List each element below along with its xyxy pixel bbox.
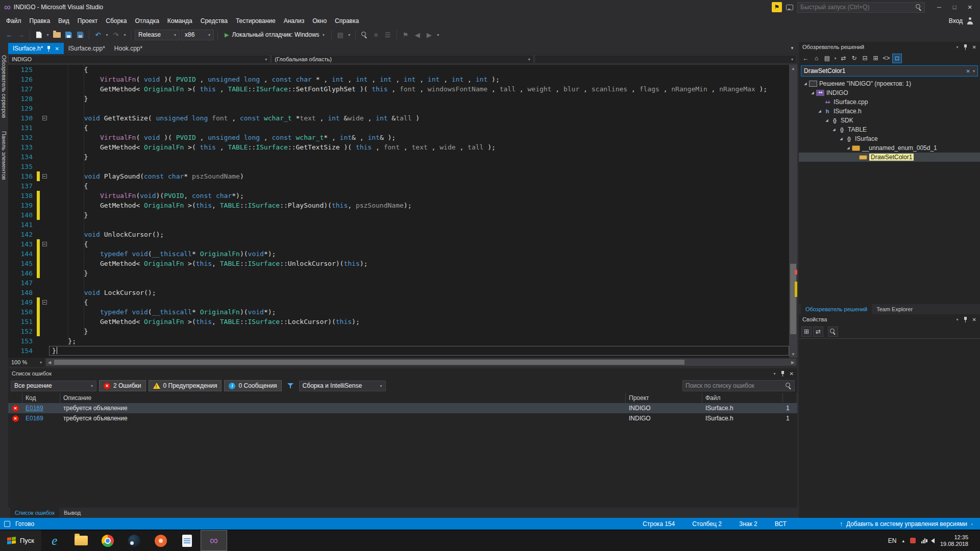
line-number[interactable]: 144 xyxy=(8,249,37,259)
close-icon[interactable]: ✕ xyxy=(972,317,976,322)
code-line-142[interactable]: 142 void UnlockCursor(); xyxy=(8,230,789,239)
attach-dropdown-icon[interactable]: ▾ xyxy=(347,33,352,37)
menu-item-3[interactable]: Проект xyxy=(74,15,102,27)
line-number[interactable]: 138 xyxy=(8,191,37,201)
messages-toggle-button[interactable]: i 0 Сообщения xyxy=(224,380,281,391)
pin-icon[interactable] xyxy=(780,370,785,377)
switch-views-icon[interactable]: ← xyxy=(801,54,811,63)
code-line-149[interactable]: 149− { xyxy=(8,297,789,307)
code-line-148[interactable]: 148 void LockCursor(); xyxy=(8,288,789,297)
user-avatar-icon[interactable] xyxy=(966,17,974,24)
zoom-dropdown[interactable]: 100 % ▾ xyxy=(8,358,45,367)
line-number[interactable]: 127 xyxy=(8,84,37,94)
fold-collapse-icon[interactable]: − xyxy=(40,171,49,181)
steam-icon[interactable] xyxy=(121,530,148,551)
collapse-all-icon[interactable]: ⊟ xyxy=(860,54,870,63)
tray-app-icon[interactable] xyxy=(910,538,916,543)
chrome-icon[interactable] xyxy=(94,530,121,551)
close-icon[interactable]: ✕ xyxy=(790,371,794,377)
code-lines[interactable]: 125 {126 VirtualFn( void )( PVOID , unsi… xyxy=(8,65,789,358)
line-number[interactable]: 141 xyxy=(8,220,37,230)
line-number[interactable]: 135 xyxy=(8,162,37,171)
code-line-136[interactable]: 136− void PlaySound(const char* pszSound… xyxy=(8,171,789,181)
scroll-left-icon[interactable]: ◀ xyxy=(46,359,53,366)
line-number[interactable]: 147 xyxy=(8,278,37,288)
scroll-right-icon[interactable]: ▶ xyxy=(789,359,796,366)
add-to-source-control-button[interactable]: ↑ Добавить в систему управления версиями… xyxy=(840,520,976,528)
line-number[interactable]: 153 xyxy=(8,336,37,346)
refresh-icon[interactable]: ↻ xyxy=(849,54,859,63)
error-code-link[interactable]: E0169 xyxy=(26,405,43,412)
home-icon[interactable]: ⌂ xyxy=(812,54,821,63)
code-line-129[interactable]: 129 xyxy=(8,104,789,113)
alphabetical-icon[interactable]: ⇄ xyxy=(813,327,823,337)
platform-dropdown[interactable]: x86 ▾ xyxy=(181,30,214,40)
code-line-145[interactable]: 145 GetMethod< OriginalFn >(this, TABLE:… xyxy=(8,259,789,268)
code-line-128[interactable]: 128 } xyxy=(8,94,789,104)
expander-icon[interactable]: ◢ xyxy=(809,91,816,95)
window-position-icon[interactable]: ▾ xyxy=(774,371,776,376)
menu-item-8[interactable]: Тестирование xyxy=(232,15,280,27)
search-options-icon[interactable]: ▾ xyxy=(973,69,975,73)
show-hidden-icons-icon[interactable]: ▴ xyxy=(902,538,904,543)
tab-overflow-icon[interactable]: ▾ xyxy=(787,45,797,51)
horizontal-scroll-thumb[interactable] xyxy=(54,360,684,365)
expander-icon[interactable]: ◢ xyxy=(838,137,845,141)
solution-explorer-tab[interactable]: Обозреватель решений xyxy=(801,304,872,314)
navigate-forward-icon[interactable]: → xyxy=(16,30,26,40)
menu-item-2[interactable]: Вид xyxy=(54,15,74,27)
toolbox-side-tab[interactable]: Панель элементов xyxy=(1,131,7,180)
pin-icon[interactable] xyxy=(963,316,968,323)
menu-item-7[interactable]: Средства xyxy=(197,15,232,27)
close-icon[interactable]: ✕ xyxy=(55,46,59,52)
new-file-dropdown-icon[interactable]: ▾ xyxy=(45,33,50,37)
menu-item-4[interactable]: Сборка xyxy=(102,15,131,27)
redo-dropdown-icon[interactable]: ▾ xyxy=(122,33,127,37)
code-line-146[interactable]: 146 } xyxy=(8,268,789,278)
quick-launch-input[interactable] xyxy=(800,4,913,11)
expander-icon[interactable]: ◢ xyxy=(816,109,823,113)
new-file-icon[interactable] xyxy=(34,30,44,40)
window-position-icon[interactable]: ▾ xyxy=(957,317,959,322)
navigate-back-icon[interactable]: ← xyxy=(4,30,14,40)
undo-icon[interactable]: ↶ xyxy=(93,30,103,40)
line-number[interactable]: 154 xyxy=(8,346,37,356)
files-view-icon[interactable]: ▤ xyxy=(822,54,832,63)
menu-item-10[interactable]: Окно xyxy=(308,15,331,27)
tree-item-5[interactable]: ◢{}TABLE xyxy=(799,125,980,134)
view-code-icon[interactable]: <> xyxy=(881,54,891,63)
close-button[interactable]: ✕ xyxy=(963,2,977,12)
filter-icon[interactable] xyxy=(284,380,297,391)
redo-icon[interactable]: ↷ xyxy=(111,30,121,40)
error-list-tab[interactable]: Список ошибок xyxy=(10,508,59,518)
internet-explorer-icon[interactable]: e xyxy=(41,530,68,551)
minimize-button[interactable]: ─ xyxy=(932,2,946,12)
line-number[interactable]: 130 xyxy=(8,113,37,123)
background-tasks-icon[interactable] xyxy=(4,521,10,527)
code-line-138[interactable]: 138 VirtualFn(void)(PVOID, const char*); xyxy=(8,191,789,201)
notifications-flag-icon[interactable]: ⚑ xyxy=(772,2,782,12)
line-number[interactable]: 152 xyxy=(8,327,37,336)
expander-icon[interactable]: ◢ xyxy=(802,82,809,86)
preview-selected-items-icon[interactable]: □ xyxy=(892,54,902,63)
menu-item-0[interactable]: Файл xyxy=(2,15,26,27)
output-tab[interactable]: Вывод xyxy=(59,508,85,518)
line-number[interactable]: 146 xyxy=(8,268,37,278)
toolbar-options-icon[interactable]: ▾ xyxy=(436,33,440,37)
tree-item-4[interactable]: ◢{}SDK xyxy=(799,116,980,125)
undo-dropdown-icon[interactable]: ▾ xyxy=(105,33,109,37)
language-indicator[interactable]: EN xyxy=(888,537,897,544)
code-line-150[interactable]: 150 typedef void(__thiscall* OriginalFn)… xyxy=(8,307,789,317)
scroll-down-icon[interactable]: ▼ xyxy=(789,350,797,358)
files-view-dropdown-icon[interactable]: ▾ xyxy=(833,56,838,61)
code-line-140[interactable]: 140 } xyxy=(8,210,789,220)
expander-icon[interactable]: ◢ xyxy=(823,118,830,122)
line-number[interactable]: 131 xyxy=(8,123,37,133)
editor-vertical-scrollbar[interactable]: ▲ ▼ xyxy=(789,65,797,358)
code-line-133[interactable]: 133 GetMethod< OriginalFn >( this , TABL… xyxy=(8,142,789,152)
tree-item-7[interactable]: ◢__unnamed_enum_005d_1 xyxy=(799,143,980,153)
start-debugging-button[interactable]: ▶ Локальный отладчик: Windows ▾ xyxy=(222,29,328,40)
vertical-scroll-thumb[interactable] xyxy=(790,264,796,334)
code-line-143[interactable]: 143− { xyxy=(8,239,789,249)
network-icon[interactable] xyxy=(921,538,925,543)
